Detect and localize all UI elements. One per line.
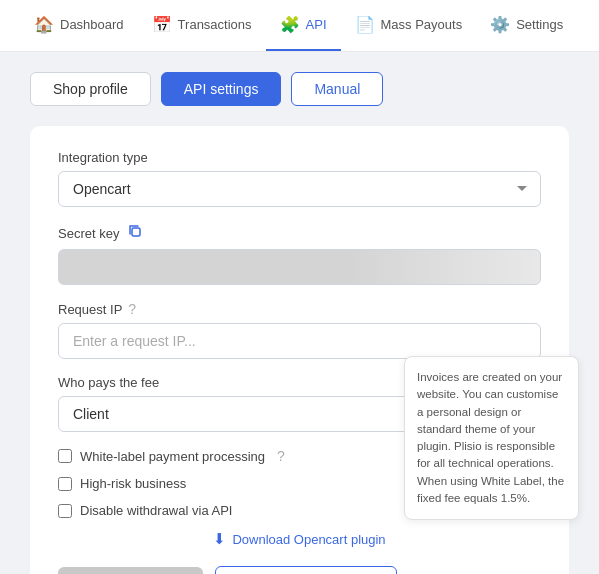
nav-transactions[interactable]: 📅 Transactions — [138, 0, 266, 51]
high-risk-checkbox[interactable] — [58, 477, 72, 491]
nav-settings-label: Settings — [516, 17, 563, 32]
secret-key-group: Secret key — [58, 223, 541, 285]
disable-withdrawal-checkbox[interactable] — [58, 504, 72, 518]
download-plugin-link[interactable]: ⬇ Download Opencart plugin — [58, 530, 541, 548]
api-settings-card: Integration type Opencart Secret key — [30, 126, 569, 574]
integration-type-group: Integration type Opencart — [58, 150, 541, 207]
nav-api[interactable]: 🧩 API — [266, 0, 341, 51]
disable-withdrawal-label: Disable withdrawal via API — [80, 503, 232, 518]
main-content: Shop profile API settings Manual Integra… — [0, 52, 599, 574]
request-ip-group: Request IP ? — [58, 301, 541, 359]
white-label-checkbox[interactable] — [58, 449, 72, 463]
calendar-icon: 📅 — [152, 15, 172, 34]
white-label-label: White-label payment processing — [80, 449, 265, 464]
tab-shop-profile[interactable]: Shop profile — [30, 72, 151, 106]
save-changes-button[interactable]: Save changes — [58, 567, 203, 574]
secret-key-field — [58, 249, 541, 285]
request-ip-label: Request IP — [58, 302, 122, 317]
download-icon: ⬇ — [213, 530, 226, 548]
nav-bar: 🏠 Dashboard 📅 Transactions 🧩 API 📄 Mass … — [0, 0, 599, 52]
tab-group: Shop profile API settings Manual — [30, 72, 569, 106]
secret-key-label: Secret key — [58, 226, 119, 241]
nav-dashboard-label: Dashboard — [60, 17, 124, 32]
high-risk-label: High-risk business — [80, 476, 186, 491]
tab-api-settings[interactable]: API settings — [161, 72, 282, 106]
white-label-help-icon[interactable]: ? — [277, 448, 285, 464]
nav-dashboard[interactable]: 🏠 Dashboard — [20, 0, 138, 51]
nav-api-label: API — [306, 17, 327, 32]
request-ip-help-icon[interactable]: ? — [128, 301, 136, 317]
white-label-tooltip: Invoices are created on your website. Yo… — [404, 356, 579, 520]
who-pays-label: Who pays the fee — [58, 375, 159, 390]
tooltip-text: Invoices are created on your website. Yo… — [417, 371, 564, 504]
puzzle-icon: 🧩 — [280, 15, 300, 34]
document-icon: 📄 — [355, 15, 375, 34]
download-link-label: Download Opencart plugin — [232, 532, 385, 547]
nav-transactions-label: Transactions — [178, 17, 252, 32]
copy-secret-key-button[interactable] — [127, 223, 143, 243]
how-to-use-button[interactable]: 🧩 How to use plugin? — [215, 566, 397, 574]
gear-icon: ⚙️ — [490, 15, 510, 34]
actions-row: Save changes 🧩 How to use plugin? — [58, 566, 541, 574]
request-ip-input[interactable] — [58, 323, 541, 359]
home-icon: 🏠 — [34, 15, 54, 34]
svg-rect-0 — [132, 228, 140, 236]
integration-type-select[interactable]: Opencart — [58, 171, 541, 207]
nav-mass-payouts[interactable]: 📄 Mass Payouts — [341, 0, 477, 51]
tab-manual[interactable]: Manual — [291, 72, 383, 106]
nav-mass-payouts-label: Mass Payouts — [381, 17, 463, 32]
integration-type-label: Integration type — [58, 150, 148, 165]
nav-settings[interactable]: ⚙️ Settings — [476, 0, 577, 51]
